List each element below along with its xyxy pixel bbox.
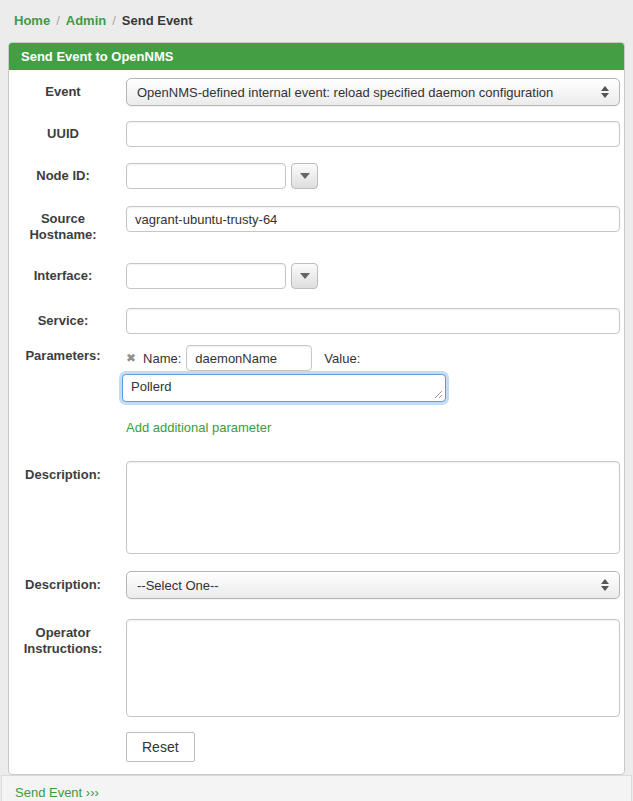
send-event-panel: Send Event to OpenNMS Event OpenNMS-defi…: [8, 42, 625, 775]
breadcrumb-separator: /: [50, 13, 66, 28]
description-select-row: Description: --Select One--: [15, 571, 620, 599]
service-input[interactable]: [126, 308, 620, 334]
delete-parameter-icon[interactable]: ✖: [126, 351, 136, 365]
breadcrumb: Home/Admin/Send Event: [0, 0, 633, 28]
source-hostname-row: Source Hostname:: [15, 206, 620, 243]
interface-label: Interface:: [15, 268, 111, 284]
event-select[interactable]: OpenNMS-defined internal event: reload s…: [126, 78, 620, 106]
send-event-footer-link[interactable]: Send Event ›››: [15, 785, 99, 800]
parameter-name-input[interactable]: [186, 345, 312, 371]
operator-instructions-label: Operator Instructions:: [15, 619, 111, 657]
node-id-dropdown-button[interactable]: [291, 163, 318, 189]
footer-panel: Send Event ›››: [1, 775, 632, 801]
dropdown-arrow-icon: [300, 173, 310, 179]
source-hostname-input[interactable]: [126, 206, 620, 232]
description-select-value: --Select One--: [137, 578, 593, 593]
uuid-input[interactable]: [126, 121, 620, 147]
description-select-label: Description:: [15, 577, 111, 593]
breadcrumb-separator: /: [106, 13, 122, 28]
event-label: Event: [15, 84, 111, 100]
breadcrumb-admin-link[interactable]: Admin: [66, 13, 106, 28]
event-select-value: OpenNMS-defined internal event: reload s…: [137, 85, 593, 100]
uuid-row: UUID: [15, 121, 620, 147]
description-row: Description:: [15, 461, 620, 554]
select-stepper-icon: [601, 579, 609, 591]
parameter-name-label: Name:: [143, 351, 181, 366]
node-id-row: Node ID:: [15, 163, 620, 189]
parameter-value-textarea[interactable]: Pollerd: [122, 374, 446, 402]
panel-title: Send Event to OpenNMS: [9, 43, 624, 70]
service-label: Service:: [15, 313, 111, 329]
source-hostname-label: Source Hostname:: [15, 206, 111, 243]
operator-instructions-row: Operator Instructions:: [15, 619, 620, 717]
add-parameter-row: Add additional parameter: [126, 420, 620, 435]
interface-dropdown-button[interactable]: [291, 263, 318, 289]
interface-input[interactable]: [126, 263, 286, 289]
reset-row: Reset: [15, 732, 620, 762]
select-stepper-icon: [601, 86, 609, 98]
operator-instructions-textarea[interactable]: [126, 619, 620, 717]
dropdown-arrow-icon: [300, 273, 310, 279]
reset-button[interactable]: Reset: [126, 732, 195, 762]
uuid-label: UUID: [15, 126, 111, 142]
description-textarea[interactable]: [126, 461, 620, 554]
description-select[interactable]: --Select One--: [126, 571, 620, 599]
node-id-input[interactable]: [126, 163, 286, 189]
add-parameter-link[interactable]: Add additional parameter: [126, 420, 271, 435]
description-label: Description:: [15, 461, 111, 483]
interface-row: Interface:: [15, 263, 620, 289]
send-event-form: Event OpenNMS-defined internal event: re…: [9, 70, 624, 774]
service-row: Service:: [15, 308, 620, 334]
event-row: Event OpenNMS-defined internal event: re…: [15, 78, 620, 106]
breadcrumb-home-link[interactable]: Home: [14, 13, 50, 28]
breadcrumb-current-page: Send Event: [122, 13, 193, 28]
parameters-label: Parameters:: [15, 345, 111, 364]
resize-grip-icon[interactable]: [434, 390, 443, 399]
parameter-value-label: Value:: [324, 351, 360, 366]
parameters-row: Parameters: ✖ Name: Value: Pollerd: [15, 345, 620, 402]
node-id-label: Node ID:: [15, 168, 111, 184]
